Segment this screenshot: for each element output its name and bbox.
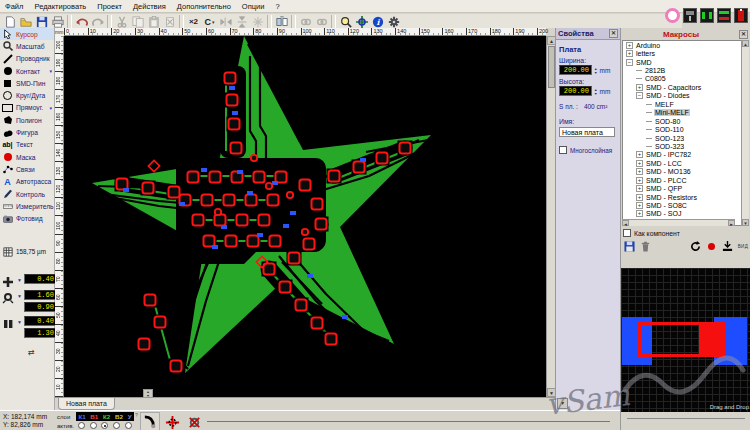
delete-button[interactable] [162, 15, 177, 28]
tool-контакт[interactable]: Контакт▾ [0, 65, 54, 77]
layer-chip-к2[interactable]: К2 [103, 413, 110, 420]
close-icon[interactable]: ✕ [739, 30, 748, 39]
board-name-input[interactable]: Новая плата [559, 127, 615, 137]
tool-текст[interactable]: ab|Текст [0, 139, 54, 151]
menu-item-файл[interactable]: Файл [4, 2, 24, 11]
tool-маска[interactable]: Маска [0, 151, 54, 163]
tree-item-smd-diodes[interactable]: −SMD - Diodes [623, 92, 742, 100]
tool-фотовид[interactable]: Фотовид [0, 212, 54, 224]
scroll-up-icon[interactable]: ▲ [742, 40, 749, 47]
tree-vertical-scrollbar[interactable]: ▲ ▼ [741, 40, 749, 226]
layer-chip-к1[interactable]: К1 [78, 413, 85, 420]
transistor-icon[interactable] [683, 8, 697, 23]
preview-zoom-slider[interactable] [627, 418, 745, 419]
undo-button[interactable] [74, 15, 89, 28]
expand-icon[interactable]: + [636, 194, 643, 201]
expand-icon[interactable]: + [626, 50, 633, 57]
tree-item-smd-so8c[interactable]: +SMD - SO8C [623, 201, 742, 209]
tree-item-smd-plcc[interactable]: +SMD - PLCC [623, 176, 742, 184]
height-spinner[interactable]: ▲▼ [594, 88, 597, 96]
flip-board-button[interactable] [274, 15, 289, 28]
layer-radio-в2[interactable] [113, 422, 120, 429]
mirror-vertical-button[interactable] [234, 15, 249, 28]
save-button[interactable] [34, 15, 49, 28]
menu-item-редактировать[interactable]: Редактировать [33, 2, 87, 11]
tree-item-smd-qfp[interactable]: +SMD - QFP [623, 184, 742, 192]
tree-item-smd-ipc782[interactable]: +SMD - IPC782 [623, 151, 742, 159]
info-button[interactable]: i [370, 15, 385, 28]
tree-item-letters[interactable]: +letters [623, 49, 742, 57]
expand-icon[interactable]: + [636, 84, 643, 91]
layer-radio-к1[interactable] [78, 422, 85, 429]
menu-item-опции[interactable]: Опции [241, 2, 266, 11]
smd-width-value[interactable]: 0.40 [24, 316, 57, 326]
tab-scroll-spinner[interactable]: ▲▼ [143, 389, 153, 398]
board-width-value[interactable]: 200.00 [559, 65, 592, 75]
tool-курсор[interactable]: Курсор [0, 28, 54, 40]
delete-macro-button[interactable] [639, 240, 651, 252]
scroll-left-icon[interactable]: ◄ [622, 220, 629, 226]
track-width-row[interactable]: ▼ 0.40 ▲▼ [2, 274, 62, 287]
collapse-icon[interactable]: − [636, 92, 643, 99]
layer-radio-к2[interactable] [101, 422, 108, 429]
properties-collapse-button[interactable]: ▾ [557, 398, 568, 409]
grid-setting[interactable]: 158,75 µm [2, 246, 46, 257]
tool-smd-пин[interactable]: SMD-Пин [0, 77, 54, 89]
track-dropdown-icon[interactable]: ▼ [17, 277, 22, 283]
macro-preview[interactable]: Drag and Drop [621, 268, 750, 412]
layer-chip-у[interactable]: У [128, 413, 132, 420]
expand-icon[interactable]: + [636, 210, 643, 217]
scroll-thumb[interactable] [548, 46, 555, 88]
goto-button[interactable] [354, 15, 369, 28]
tree-item-smd[interactable]: −SMD [623, 58, 742, 66]
tool-фигура[interactable]: Фигура [0, 126, 54, 138]
rotate-macro-icon[interactable] [690, 240, 702, 252]
expand-icon[interactable]: + [636, 151, 643, 158]
tree-item-melf[interactable]: MELF [623, 100, 742, 108]
track-width-value[interactable]: 0.40 [24, 274, 57, 284]
expand-icon[interactable]: + [636, 168, 643, 175]
smd-dropdown-icon[interactable]: ▼ [17, 319, 22, 325]
tree-item-mini-melf[interactable]: Mini-MELF [623, 109, 742, 117]
save-macro-button[interactable] [623, 240, 635, 252]
chevron-down-icon[interactable]: ▾ [49, 68, 52, 74]
tool-контроль[interactable]: Контроль [0, 188, 54, 200]
layer-radio-в1[interactable] [90, 422, 97, 429]
pad-dropdown-icon[interactable]: ▼ [17, 293, 22, 299]
tool-полигон[interactable]: Полигон [0, 114, 54, 126]
tree-item-sod-123[interactable]: SOD-123 [623, 134, 742, 142]
zoom-button[interactable] [338, 15, 353, 28]
tree-item-smd-capacitors[interactable]: +SMD - Capacitors [623, 83, 742, 91]
menu-item-дополнительно[interactable]: Дополнительно [176, 2, 232, 11]
tool-измеритель[interactable]: Измеритель [0, 200, 54, 212]
expand-icon[interactable]: + [636, 185, 643, 192]
tree-item-smd-soj[interactable]: +SMD - SOJ [623, 210, 742, 218]
pad-size-row[interactable]: ▼ 1.60 0.90 ▲▼ [2, 290, 62, 312]
tree-item-sod-323[interactable]: SOD-323 [623, 142, 742, 150]
expand-icon[interactable]: + [626, 42, 633, 49]
menu-item-[interactable]: ? [274, 2, 280, 11]
new-button[interactable] [2, 15, 17, 28]
layer-radio-у[interactable] [125, 422, 132, 429]
pink-ring-icon[interactable] [665, 8, 680, 23]
width-spinner[interactable]: ▲▼ [594, 67, 597, 75]
rotate-button[interactable]: C▾ [202, 15, 217, 28]
no-connection-icon[interactable] [184, 412, 204, 430]
tool-прямоуг[interactable]: Прямоуг.▾ [0, 102, 54, 114]
tool-масштаб[interactable]: Масштаб [0, 40, 54, 52]
pad-outer-value[interactable]: 1.60 [24, 290, 57, 300]
mirror-horizontal-button[interactable] [218, 15, 233, 28]
cut-button[interactable] [114, 15, 129, 28]
menu-item-проект[interactable]: Проект [96, 2, 123, 11]
redo-button[interactable] [90, 15, 105, 28]
scroll-down-icon[interactable]: ▼ [742, 219, 749, 226]
close-icon[interactable]: ✕ [609, 29, 618, 38]
place-macro-icon[interactable] [722, 240, 734, 252]
pcb-board-view[interactable] [64, 36, 546, 397]
view-label[interactable]: ВИД [738, 244, 748, 249]
tool-круг-дуга[interactable]: Круг/Дуга [0, 89, 54, 101]
align-button[interactable] [250, 15, 265, 28]
tree-item-2812b[interactable]: 2812B [623, 66, 742, 74]
tool-автотрасса[interactable]: AАвтотрасса [0, 176, 54, 188]
board-height-value[interactable]: 200.00 [559, 86, 592, 96]
